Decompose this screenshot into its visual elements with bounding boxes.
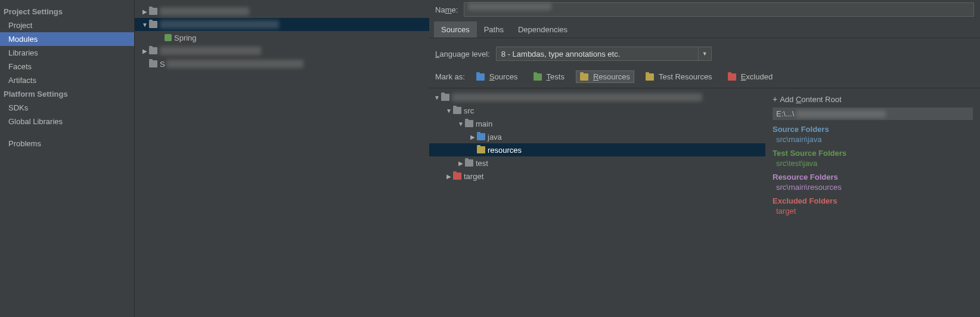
expand-arrow-icon[interactable]	[445, 173, 453, 180]
sidebar-item-libraries[interactable]: Libraries	[0, 46, 134, 60]
expand-arrow-icon[interactable]	[141, 8, 149, 15]
tree-resources[interactable]: resources	[429, 143, 765, 156]
folder-icon	[465, 159, 473, 167]
dropdown-arrow-icon[interactable]: ▼	[699, 47, 712, 61]
module-label-s: S	[160, 60, 165, 69]
test-source-folders-title: Test Source Folders	[773, 149, 973, 158]
test-resources-folder-icon	[646, 73, 654, 81]
tree-src[interactable]: src	[429, 104, 765, 117]
module-label-redacted	[160, 47, 261, 55]
language-level-row: Language level: 8 - Lambdas, type annota…	[429, 38, 980, 67]
source-folders-title: Source Folders	[773, 125, 973, 134]
main-pane: Name: Sources Paths Dependencies Languag…	[429, 0, 980, 317]
spring-label: Spring	[174, 33, 197, 42]
content-row: src main java resources test	[429, 88, 980, 317]
sidebar-item-problems[interactable]: Problems	[0, 137, 134, 150]
tree-label: main	[476, 119, 492, 128]
mark-test-resources-button[interactable]: Test Resources	[641, 70, 717, 83]
tree-test[interactable]: test	[429, 156, 765, 170]
source-folder-icon	[477, 133, 485, 140]
module-row[interactable]	[135, 44, 429, 57]
mark-as-row: Mark as: Sources Tests Resources Test Re…	[429, 67, 980, 88]
content-root-path[interactable]: E:\...\	[773, 107, 973, 120]
module-icon	[149, 60, 157, 67]
tests-folder-icon	[534, 73, 542, 81]
folder-icon	[465, 120, 473, 127]
folder-icon	[441, 94, 449, 101]
plus-icon: +	[773, 94, 777, 104]
tree-target[interactable]: target	[429, 170, 765, 183]
tree-label: resources	[488, 146, 522, 155]
module-tabs: Sources Paths Dependencies	[429, 21, 980, 38]
platform-settings-header: Platform Settings	[0, 87, 134, 101]
root-path-prefix: E:\...\	[776, 109, 794, 118]
name-label: Name:	[435, 5, 458, 14]
expand-arrow-icon[interactable]	[469, 134, 477, 140]
mark-tests-button[interactable]: Tests	[529, 70, 569, 83]
name-value-redacted	[468, 3, 551, 10]
tree-root-redacted	[452, 93, 702, 101]
tab-sources[interactable]: Sources	[434, 21, 477, 38]
sidebar-item-artifacts[interactable]: Artifacts	[0, 73, 134, 87]
tree-label: java	[488, 133, 502, 141]
sidebar-item-sdks[interactable]: SDKs	[0, 101, 134, 115]
module-row-selected[interactable]	[135, 18, 429, 31]
project-settings-header: Project Settings	[0, 5, 134, 19]
mark-resources-button[interactable]: Resources	[576, 70, 634, 83]
module-child-spring[interactable]: Spring	[135, 31, 429, 44]
tree-java[interactable]: java	[429, 130, 765, 143]
language-level-select[interactable]: 8 - Lambdas, type annotations etc. ▼	[496, 47, 712, 61]
source-tree-pane: src main java resources test	[429, 88, 765, 317]
sidebar-item-facets[interactable]: Facets	[0, 60, 134, 73]
add-content-root-button[interactable]: + Add Content Root	[773, 94, 973, 104]
module-icon	[149, 21, 157, 28]
test-source-folders-item[interactable]: src\test\java	[773, 159, 973, 168]
tree-label: test	[476, 159, 488, 168]
module-row[interactable]: S	[135, 57, 429, 70]
tree-main[interactable]: main	[429, 117, 765, 130]
module-list-pane: Spring S	[134, 0, 429, 317]
module-label-redacted	[160, 20, 279, 29]
language-level-label: Language level:	[435, 50, 490, 59]
collapse-arrow-icon[interactable]	[457, 121, 465, 127]
source-folders-item[interactable]: src\main\java	[773, 135, 973, 144]
tab-paths[interactable]: Paths	[477, 21, 511, 38]
mark-as-label: Mark as:	[435, 72, 465, 81]
folder-icon	[453, 107, 461, 114]
language-level-value: 8 - Lambdas, type annotations etc.	[496, 47, 699, 61]
sources-folder-icon	[476, 73, 485, 81]
tree-label: src	[464, 106, 474, 115]
spring-icon	[165, 34, 172, 41]
module-label-redacted	[166, 60, 303, 68]
resource-folders-title: Resource Folders	[773, 173, 973, 181]
mark-excluded-button[interactable]: Excluded	[724, 70, 777, 83]
name-row: Name:	[429, 0, 980, 21]
collapse-arrow-icon[interactable]	[141, 21, 149, 28]
resource-folders-item[interactable]: src\main\resources	[773, 183, 973, 192]
excluded-folder-icon	[728, 73, 736, 81]
expand-arrow-icon[interactable]	[141, 48, 149, 54]
tab-dependencies[interactable]: Dependencies	[511, 21, 575, 38]
tree-label: target	[464, 172, 483, 181]
module-icon	[149, 8, 157, 15]
resources-folder-icon	[477, 146, 485, 153]
module-label-redacted	[160, 7, 249, 16]
sidebar-item-global-libraries[interactable]: Global Libraries	[0, 115, 134, 128]
name-input[interactable]	[464, 2, 974, 17]
resources-folder-icon	[580, 73, 588, 81]
excluded-folder-icon	[453, 173, 461, 180]
module-row[interactable]	[135, 5, 429, 18]
collapse-arrow-icon[interactable]	[433, 94, 441, 101]
expand-arrow-icon[interactable]	[457, 160, 465, 167]
settings-sidebar: Project Settings Project Modules Librari…	[0, 0, 134, 317]
root-path-redacted	[796, 110, 886, 118]
content-root-pane: + Add Content Root E:\...\ Source Folder…	[765, 88, 980, 317]
collapse-arrow-icon[interactable]	[445, 107, 453, 114]
sidebar-item-project[interactable]: Project	[0, 19, 134, 32]
mark-sources-button[interactable]: Sources	[472, 70, 522, 83]
module-icon	[149, 47, 157, 54]
excluded-folders-item[interactable]: target	[773, 207, 973, 216]
sidebar-item-modules[interactable]: Modules	[0, 32, 134, 46]
tree-root[interactable]	[429, 91, 765, 104]
excluded-folders-title: Excluded Folders	[773, 196, 973, 205]
